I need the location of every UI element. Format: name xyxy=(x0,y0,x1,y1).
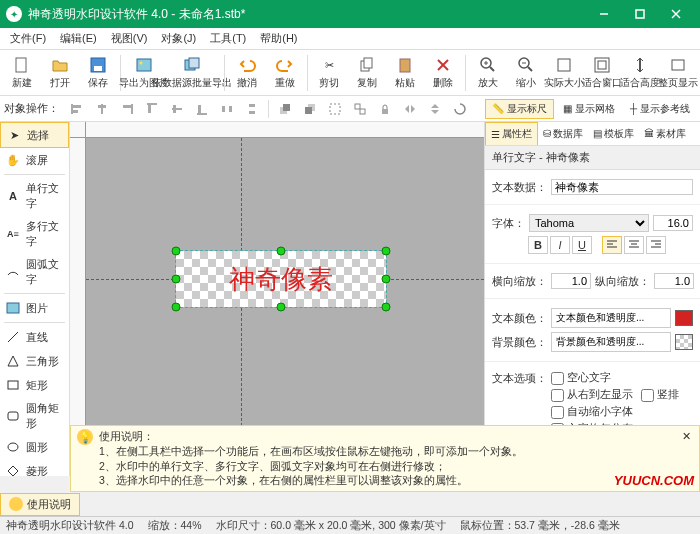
handle-se[interactable] xyxy=(382,303,391,312)
tool-pan[interactable]: ✋滚屏 xyxy=(0,148,69,172)
status-app: 神奇透明水印设计软件 4.0 xyxy=(6,519,134,533)
tool-diamond[interactable]: 菱形 xyxy=(0,459,69,476)
handle-s[interactable] xyxy=(277,303,286,312)
ungroup-button[interactable] xyxy=(349,99,371,119)
bold-button[interactable]: B xyxy=(528,236,548,254)
delete-button[interactable]: 删除 xyxy=(425,53,461,92)
menu-tools[interactable]: 工具(T) xyxy=(204,29,252,48)
flip-h-button[interactable] xyxy=(399,99,421,119)
italic-button[interactable]: I xyxy=(550,236,570,254)
opt-vertical[interactable]: 竖排 xyxy=(641,388,679,402)
menu-help[interactable]: 帮助(H) xyxy=(254,29,303,48)
handle-n[interactable] xyxy=(277,247,286,256)
close-button[interactable] xyxy=(658,0,694,28)
menu-edit[interactable]: 编辑(E) xyxy=(54,29,103,48)
library-icon: 🏛 xyxy=(644,128,654,139)
handle-ne[interactable] xyxy=(382,247,391,256)
tool-multi-text[interactable]: A≡多行文字 xyxy=(0,215,69,253)
font-select[interactable]: Tahoma xyxy=(529,214,649,232)
actual-size-button[interactable]: 实际大小 xyxy=(546,53,582,92)
zoom-out-button[interactable]: 缩小 xyxy=(508,53,544,92)
bgcolor-button[interactable]: 背景颜色和透明度... xyxy=(551,332,671,352)
tool-line[interactable]: 直线 xyxy=(0,325,69,349)
tab-assets[interactable]: 🏛素材库 xyxy=(639,122,691,145)
help-tab[interactable]: 使用说明 xyxy=(0,493,80,516)
tool-ellipse[interactable]: 圆形 xyxy=(0,435,69,459)
show-ruler-toggle[interactable]: 📏显示标尺 xyxy=(485,99,554,119)
minimize-button[interactable] xyxy=(586,0,622,28)
distribute-v-button[interactable] xyxy=(241,99,263,119)
tool-single-text[interactable]: A单行文字 xyxy=(0,177,69,215)
align-bottom-button[interactable] xyxy=(191,99,213,119)
vscale-input[interactable] xyxy=(654,273,694,289)
svg-rect-10 xyxy=(189,58,199,68)
canvas-area[interactable]: 神奇像素 xyxy=(70,122,484,476)
align-center-text-button[interactable] xyxy=(624,236,644,254)
show-grid-toggle[interactable]: ▦显示网格 xyxy=(557,100,621,118)
new-button[interactable]: 新建 xyxy=(4,53,40,92)
hscale-input[interactable] xyxy=(551,273,591,289)
group-button[interactable] xyxy=(324,99,346,119)
full-display-button[interactable]: 整页显示 xyxy=(660,53,696,92)
title-bar: ✦ 神奇透明水印设计软件 4.0 - 未命名1.stb* xyxy=(0,0,700,28)
menu-object[interactable]: 对象(J) xyxy=(155,29,202,48)
align-right-button[interactable] xyxy=(116,99,138,119)
hand-icon: ✋ xyxy=(5,152,21,168)
open-button[interactable]: 打开 xyxy=(42,53,78,92)
menu-file[interactable]: 文件(F) xyxy=(4,29,52,48)
bring-front-button[interactable] xyxy=(274,99,296,119)
save-button[interactable]: 保存 xyxy=(80,53,116,92)
rotate-button[interactable] xyxy=(449,99,471,119)
opt-rtl[interactable]: 从右到左显示 xyxy=(551,388,633,402)
copy-button[interactable]: 复制 xyxy=(349,53,385,92)
zoom-in-button[interactable]: 放大 xyxy=(470,53,506,92)
bgcolor-swatch[interactable] xyxy=(675,334,693,350)
handle-nw[interactable] xyxy=(172,247,181,256)
tool-roundrect[interactable]: 圆角矩形 xyxy=(0,397,69,435)
align-left-text-button[interactable] xyxy=(602,236,622,254)
textcolor-button[interactable]: 文本颜色和透明度... xyxy=(551,308,671,328)
tool-rect[interactable]: 矩形 xyxy=(0,373,69,397)
tab-properties[interactable]: ☰属性栏 xyxy=(485,122,538,145)
align-top-button[interactable] xyxy=(141,99,163,119)
menu-view[interactable]: 视图(V) xyxy=(105,29,154,48)
textdata-input[interactable] xyxy=(551,179,693,195)
distribute-h-button[interactable] xyxy=(216,99,238,119)
svg-rect-43 xyxy=(249,104,255,107)
textcolor-swatch[interactable] xyxy=(675,310,693,326)
hint-close-button[interactable]: ✕ xyxy=(679,429,693,443)
undo-button[interactable]: 撤消 xyxy=(229,53,265,92)
flip-v-button[interactable] xyxy=(424,99,446,119)
status-mouse: 鼠标位置：53.7 毫米，-28.6 毫米 xyxy=(460,519,620,533)
tool-image[interactable]: 图片 xyxy=(0,296,69,320)
align-middle-button[interactable] xyxy=(166,99,188,119)
tool-arc-text[interactable]: 圆弧文字 xyxy=(0,253,69,291)
lock-button[interactable] xyxy=(374,99,396,119)
show-guide-toggle[interactable]: ┼显示参考线 xyxy=(624,100,696,118)
horizontal-ruler[interactable] xyxy=(86,122,484,138)
handle-e[interactable] xyxy=(382,275,391,284)
opt-autoshrink[interactable]: 自动缩小字体 xyxy=(551,405,633,419)
tab-templates[interactable]: ▤模板库 xyxy=(588,122,639,145)
text-object[interactable]: 神奇像素 xyxy=(176,251,386,307)
font-size-input[interactable] xyxy=(653,215,693,231)
redo-button[interactable]: 重做 xyxy=(267,53,303,92)
handle-w[interactable] xyxy=(172,275,181,284)
maximize-button[interactable] xyxy=(622,0,658,28)
cut-button[interactable]: ✂剪切 xyxy=(311,53,347,92)
align-center-h-button[interactable] xyxy=(91,99,113,119)
batch-export-button[interactable]: 依数据源批量导出 xyxy=(164,53,220,92)
handle-sw[interactable] xyxy=(172,303,181,312)
align-left-button[interactable] xyxy=(66,99,88,119)
fit-window-button[interactable]: 适合窗口 xyxy=(584,53,620,92)
tool-select[interactable]: ➤选择 xyxy=(0,122,69,148)
fit-height-button[interactable]: 适合高度 xyxy=(622,53,658,92)
tab-database[interactable]: ⛁数据库 xyxy=(538,122,588,145)
fit-window-icon xyxy=(592,55,612,75)
tool-triangle[interactable]: 三角形 xyxy=(0,349,69,373)
send-back-button[interactable] xyxy=(299,99,321,119)
underline-button[interactable]: U xyxy=(572,236,592,254)
align-right-text-button[interactable] xyxy=(646,236,666,254)
paste-button[interactable]: 粘贴 xyxy=(387,53,423,92)
opt-hollow[interactable]: 空心文字 xyxy=(551,371,611,385)
